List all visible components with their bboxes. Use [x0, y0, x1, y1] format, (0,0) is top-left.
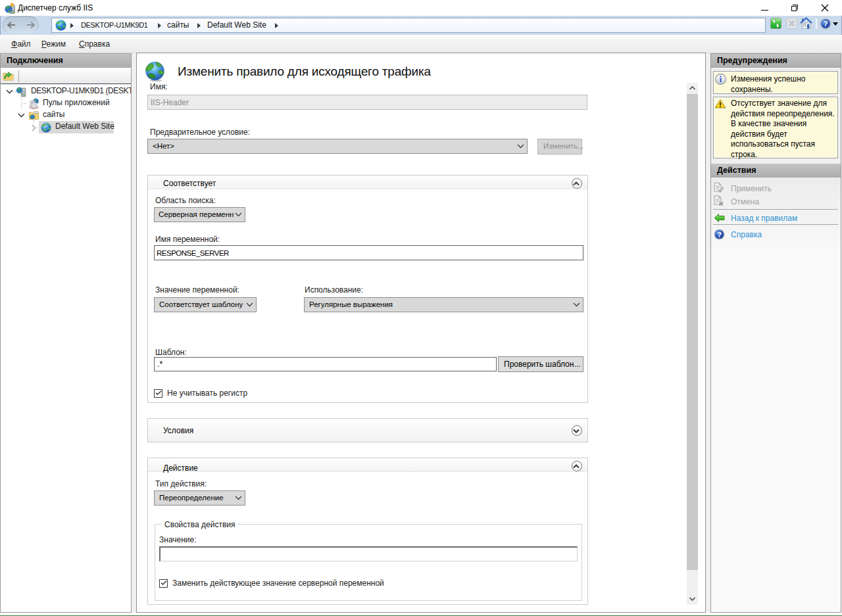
svg-text:?: ?: [717, 231, 722, 239]
svg-text:?: ?: [824, 20, 828, 28]
